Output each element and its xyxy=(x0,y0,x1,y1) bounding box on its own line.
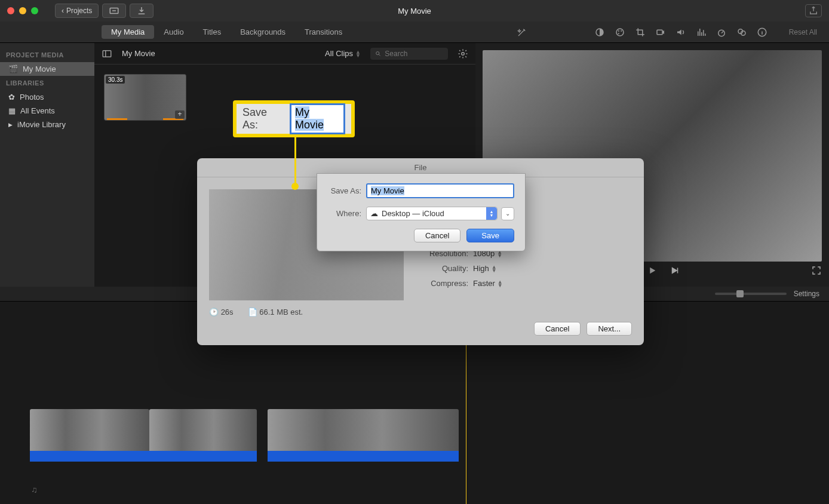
search-box[interactable] xyxy=(370,48,448,60)
volume-icon[interactable] xyxy=(676,27,686,38)
download-icon xyxy=(136,5,147,16)
callout-dot-icon xyxy=(291,183,299,190)
svg-point-13 xyxy=(462,52,465,55)
search-input[interactable] xyxy=(385,50,443,58)
import-icon xyxy=(109,5,119,16)
tab-titles[interactable]: Titles xyxy=(194,25,231,39)
crop-icon[interactable] xyxy=(635,27,646,38)
sidebar-item-imovie-library[interactable]: ▶ iMovie Library xyxy=(0,118,94,131)
updown-icon: ▲▼ xyxy=(486,207,497,220)
music-track-icon[interactable]: ♫ xyxy=(31,485,38,494)
share-icon xyxy=(808,5,819,16)
tab-my-media[interactable]: My Media xyxy=(102,25,154,39)
zoom-slider[interactable] xyxy=(715,293,787,295)
color-palette-icon[interactable] xyxy=(615,27,625,38)
tabs-row: My Media Audio Titles Backgrounds Transi… xyxy=(0,21,829,43)
callout-connector xyxy=(294,136,296,186)
chevron-left-icon: ‹ xyxy=(62,7,64,15)
minimize-window-icon[interactable] xyxy=(19,7,26,14)
updown-icon[interactable]: ▲▼ xyxy=(492,265,497,272)
grid-icon: ▦ xyxy=(8,106,16,115)
sidebar-item-label: Photos xyxy=(20,93,44,102)
next-frame-icon[interactable] xyxy=(670,265,680,276)
timeline-gap xyxy=(257,409,268,462)
flower-icon: ✿ xyxy=(8,93,15,102)
export-next-button[interactable]: Next... xyxy=(587,322,632,336)
reset-all-button[interactable]: Reset All xyxy=(789,28,817,36)
clock-icon: 🕑 xyxy=(209,308,219,316)
download-button[interactable] xyxy=(130,4,153,18)
svg-point-4 xyxy=(621,30,622,31)
callout-input-mock: My Movie xyxy=(290,103,345,134)
back-to-projects-button[interactable]: ‹ Projects xyxy=(55,4,99,18)
sidebar-item-label: iMovie Library xyxy=(17,120,66,129)
saveas-input[interactable] xyxy=(366,183,514,198)
save-cancel-button[interactable]: Cancel xyxy=(414,229,460,242)
clip-duration-badge: 30.3s xyxy=(106,76,125,84)
speed-icon[interactable] xyxy=(716,27,727,38)
updown-icon[interactable]: ▲▼ xyxy=(498,280,503,287)
window-title: My Movie xyxy=(398,7,431,16)
updown-icon: ▲▼ xyxy=(355,50,361,57)
window-controls xyxy=(7,7,38,14)
slider-thumb-icon[interactable] xyxy=(736,290,744,297)
disclosure-triangle-icon: ▶ xyxy=(8,122,13,128)
close-window-icon[interactable] xyxy=(7,7,14,14)
equalizer-icon[interactable] xyxy=(696,27,707,38)
svg-rect-6 xyxy=(657,30,662,35)
timeline-clip[interactable] xyxy=(30,409,149,462)
expand-save-dialog-button[interactable]: ⌄ xyxy=(501,207,514,220)
timeline-clip[interactable] xyxy=(149,409,257,462)
svg-point-3 xyxy=(618,30,619,31)
where-label: Where: xyxy=(328,209,361,218)
where-value: Desktop — iCloud xyxy=(382,209,444,218)
add-clip-icon[interactable]: + xyxy=(175,110,185,119)
fullscreen-window-icon[interactable] xyxy=(31,7,38,14)
fullscreen-icon[interactable] xyxy=(811,265,822,276)
saveas-label: Save As: xyxy=(328,186,361,195)
quality-label: Quality: xyxy=(418,264,468,273)
sidebar-item-photos[interactable]: ✿ Photos xyxy=(0,90,94,104)
export-duration: 🕑 26s xyxy=(209,308,234,316)
settings-label[interactable]: Settings xyxy=(794,290,819,298)
export-cancel-button[interactable]: Cancel xyxy=(534,322,581,336)
save-sheet: Save As: Where: ☁︎ Desktop — iCloud ▲▼ ⌄… xyxy=(317,173,526,251)
stabilize-icon[interactable] xyxy=(655,27,666,38)
browser-project-name: My Movie xyxy=(122,49,155,58)
quality-value: High xyxy=(473,264,489,273)
allclips-label: All Clips xyxy=(325,49,353,58)
compress-value: Faster xyxy=(473,279,495,288)
where-select[interactable]: ☁︎ Desktop — iCloud ▲▼ ⌄ xyxy=(366,207,514,220)
tab-transitions[interactable]: Transitions xyxy=(295,25,352,39)
back-label: Projects xyxy=(66,7,92,15)
gear-icon[interactable] xyxy=(458,48,468,59)
sidebar-item-all-events[interactable]: ▦ All Events xyxy=(0,104,94,118)
svg-point-2 xyxy=(616,29,624,36)
contrast-icon[interactable] xyxy=(594,27,605,38)
file-icon: 📄 xyxy=(248,308,257,316)
callout-highlight: Save As: My Movie xyxy=(233,100,355,137)
compress-label: Compress: xyxy=(418,279,468,288)
save-confirm-button[interactable]: Save xyxy=(466,229,514,242)
timeline-clip[interactable] xyxy=(268,409,459,462)
tab-backgrounds[interactable]: Backgrounds xyxy=(231,25,295,39)
info-icon[interactable] xyxy=(757,27,767,38)
sidebar-item-my-movie[interactable]: 🎬 My Movie xyxy=(0,62,94,76)
import-media-button[interactable] xyxy=(102,4,126,18)
filter-icon[interactable] xyxy=(736,27,747,38)
clapper-icon: 🎬 xyxy=(8,64,18,73)
sidebar: PROJECT MEDIA 🎬 My Movie LIBRARIES ✿ Pho… xyxy=(0,43,94,287)
callout-label: Save As: xyxy=(242,106,284,131)
titlebar: ‹ Projects My Movie xyxy=(0,0,829,21)
share-button[interactable] xyxy=(805,4,822,17)
sidebar-item-label: My Movie xyxy=(23,64,56,73)
all-clips-dropdown[interactable]: All Clips ▲▼ xyxy=(325,49,361,58)
magic-wand-icon[interactable] xyxy=(517,27,527,38)
sidebar-heading-libraries: LIBRARIES xyxy=(0,76,94,90)
tab-audio[interactable]: Audio xyxy=(154,25,193,39)
sidebar-toggle-icon[interactable] xyxy=(102,48,112,59)
clip-thumbnail[interactable]: 30.3s + xyxy=(104,74,186,121)
svg-point-12 xyxy=(376,51,379,54)
play-icon[interactable] xyxy=(647,265,658,276)
cloud-icon: ☁︎ xyxy=(370,209,378,218)
